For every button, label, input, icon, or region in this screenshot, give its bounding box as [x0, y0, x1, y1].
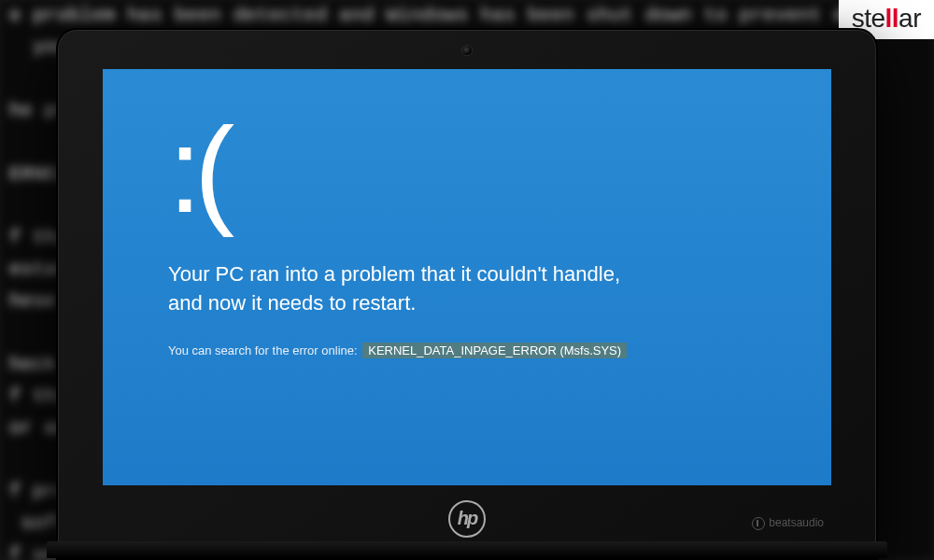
- bsod-panel: :( Your PC ran into a problem that it co…: [103, 69, 831, 485]
- bsod-subtext-row: You can search for the error online: KER…: [168, 343, 775, 358]
- bsod-message-line1: Your PC ran into a problem that it could…: [168, 262, 620, 286]
- brand-text-accent: ll: [885, 4, 899, 33]
- bsod-subtext: You can search for the error online:: [168, 343, 358, 357]
- laptop-hinge: [47, 541, 887, 558]
- webcam-icon: [461, 45, 473, 56]
- brand-text-post: ar: [899, 4, 921, 33]
- sad-face-icon: :(: [168, 125, 775, 217]
- laptop-frame: :( Your PC ran into a problem that it co…: [56, 28, 878, 560]
- laptop-screen: :( Your PC ran into a problem that it co…: [103, 69, 831, 485]
- beatsaudio-label: beatsaudio: [752, 516, 824, 530]
- bsod-message-line2: and now it needs to restart.: [168, 291, 416, 315]
- hp-logo-icon: hp: [448, 500, 486, 538]
- bsod-message: Your PC ran into a problem that it could…: [168, 259, 729, 319]
- beats-text: beatsaudio: [769, 516, 824, 529]
- beats-icon: [752, 517, 765, 530]
- bsod-error-code: KERNEL_DATA_INPAGE_ERROR (Msfs.SYS): [362, 343, 627, 358]
- laptop-bezel: :( Your PC ran into a problem that it co…: [56, 28, 878, 560]
